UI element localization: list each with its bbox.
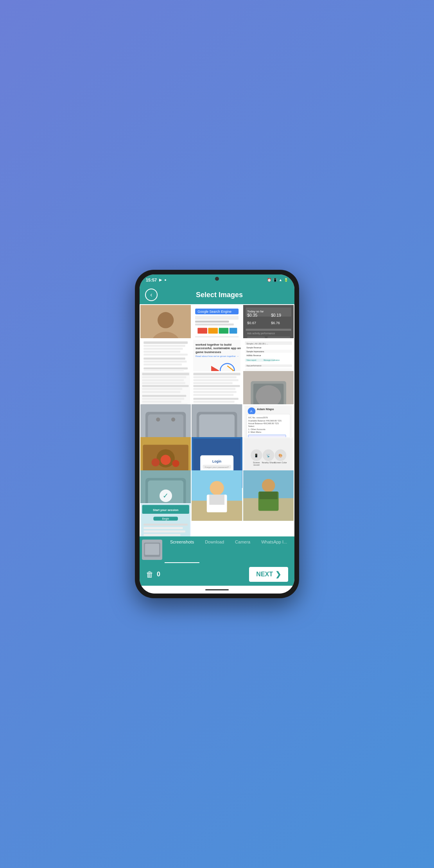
trash-count: 0	[157, 571, 160, 578]
svg-rect-163	[210, 495, 225, 505]
svg-text:record: record	[253, 464, 260, 466]
svg-text:Ads activity performance: Ads activity performance	[247, 332, 275, 335]
next-label: NEXT	[256, 571, 273, 578]
svg-rect-73	[142, 388, 183, 390]
svg-rect-38	[143, 363, 182, 365]
svg-rect-36	[143, 357, 185, 359]
svg-text:successful, sustainable app an: successful, sustainable app and	[195, 346, 240, 350]
nav-bar	[140, 586, 294, 594]
back-arrow-icon: ‹	[150, 291, 152, 298]
svg-rect-87	[194, 382, 233, 384]
svg-rect-174	[143, 524, 188, 526]
svg-rect-75	[142, 395, 187, 397]
svg-rect-176	[143, 531, 185, 533]
svg-rect-9	[195, 323, 234, 325]
svg-point-108	[171, 417, 175, 421]
svg-text:worked together to build: worked together to build	[195, 343, 231, 346]
phone-screen: 15:57 ▶ ● ⏰ 📳 ▲ 🔋 ‹ Select Images	[140, 274, 294, 594]
svg-point-133	[161, 455, 171, 465]
svg-text:Begin: Begin	[162, 518, 169, 521]
svg-rect-69	[142, 376, 187, 378]
svg-text:Manage mediation: Manage mediation	[264, 359, 280, 361]
svg-text:📱: 📱	[254, 454, 258, 458]
svg-text:Select: Select	[248, 425, 255, 427]
svg-rect-35	[143, 353, 188, 355]
svg-rect-34	[143, 351, 180, 353]
svg-rect-70	[142, 379, 184, 381]
alarm-icon: ⏰	[267, 278, 271, 282]
svg-text:A/C No. xxxxxx3579: A/C No. xxxxxx3579	[248, 416, 268, 419]
svg-rect-137	[201, 456, 234, 472]
svg-text:Login: Login	[212, 459, 221, 463]
svg-text:Read about how we've grown tog: Read about how we've grown together →	[195, 355, 239, 357]
svg-rect-11	[208, 328, 218, 334]
svg-text:View report: View report	[246, 359, 256, 361]
selected-thumb	[142, 540, 162, 560]
svg-rect-90	[194, 391, 237, 393]
grid-cell-19[interactable]: Start your session Begin	[140, 503, 191, 536]
trash-button[interactable]: 🗑 0	[146, 570, 160, 579]
svg-rect-72	[142, 385, 189, 387]
folder-tab-whatsapp[interactable]: WhatsApp I...	[256, 536, 292, 563]
grid-cell-18[interactable]	[243, 470, 294, 521]
svg-text:Screen: Screen	[253, 461, 260, 464]
svg-rect-168	[259, 491, 278, 499]
svg-rect-86	[194, 379, 239, 381]
next-arrow-icon: ❯	[275, 570, 281, 579]
svg-rect-13	[230, 328, 237, 334]
folder-tabs: Screenshots Download Camera WhatsApp I..…	[140, 536, 294, 563]
svg-rect-33	[143, 348, 183, 350]
svg-rect-32	[143, 345, 185, 347]
svg-rect-68	[142, 373, 189, 375]
svg-rect-31	[143, 341, 188, 344]
front-camera	[215, 277, 219, 281]
svg-text:Forgot your password?: Forgot your password?	[205, 466, 229, 468]
svg-text:Simple | All | $0.35 | ...: Simple | All | $0.35 | ...	[246, 342, 268, 344]
svg-rect-175	[143, 527, 183, 529]
svg-point-166	[262, 479, 275, 492]
signal-icon: ▲	[279, 278, 282, 282]
svg-point-161	[210, 481, 224, 495]
trash-icon: 🗑	[146, 570, 154, 579]
svg-text:$6.76: $6.76	[271, 321, 280, 325]
folder-tab-camera[interactable]: Camera	[230, 536, 256, 563]
svg-rect-26	[246, 329, 291, 331]
vibrate-icon: 📳	[273, 278, 277, 282]
folder-tab-download[interactable]: Download	[199, 536, 230, 563]
svg-text:Actual Balance 456,568.80 TZS: Actual Balance 456,568.80 TZS	[248, 422, 279, 425]
svg-rect-12	[219, 328, 229, 334]
svg-text:A: A	[250, 409, 252, 413]
status-right: ⏰ 📳 ▲ 🔋	[267, 278, 288, 282]
svg-text:📡: 📡	[266, 454, 271, 458]
svg-text:game businesses: game businesses	[195, 350, 221, 354]
next-button[interactable]: NEXT ❯	[249, 567, 288, 582]
svg-rect-84	[194, 373, 240, 375]
svg-text:Sample Impressions: Sample Impressions	[246, 350, 264, 352]
svg-rect-93	[194, 401, 235, 403]
folder-tab-screenshots[interactable]: Screenshots	[165, 536, 199, 563]
status-time: 15:57	[146, 278, 157, 282]
svg-rect-177	[143, 534, 180, 536]
nav-indicator	[205, 589, 229, 590]
selected-thumbnails	[140, 536, 165, 563]
svg-text:Start your session: Start your session	[153, 508, 179, 512]
svg-text:AdMob Revenue: AdMob Revenue	[246, 354, 261, 356]
status-left: 15:57 ▶ ●	[146, 278, 167, 282]
svg-rect-37	[143, 360, 187, 362]
main-content: Google Search Engine	[140, 304, 294, 563]
svg-text:Screen Color: Screen Color	[274, 461, 287, 464]
bottom-bar: 🗑 0 NEXT ❯	[140, 563, 294, 586]
status-icon-circle: ●	[164, 278, 166, 282]
grid-cell-17[interactable]	[192, 470, 242, 521]
svg-point-107	[156, 417, 160, 421]
svg-rect-92	[194, 398, 239, 400]
svg-rect-77	[142, 401, 181, 403]
svg-rect-89	[194, 388, 236, 390]
svg-rect-91	[194, 394, 234, 396]
svg-rect-10	[198, 328, 208, 334]
svg-text:Adam Ntapo: Adam Ntapo	[257, 407, 274, 411]
svg-point-1	[158, 312, 174, 328]
phone-device: 15:57 ▶ ● ⏰ 📳 ▲ 🔋 ‹ Select Images	[135, 270, 299, 598]
back-button[interactable]: ‹	[145, 289, 158, 301]
svg-rect-180	[145, 543, 159, 555]
